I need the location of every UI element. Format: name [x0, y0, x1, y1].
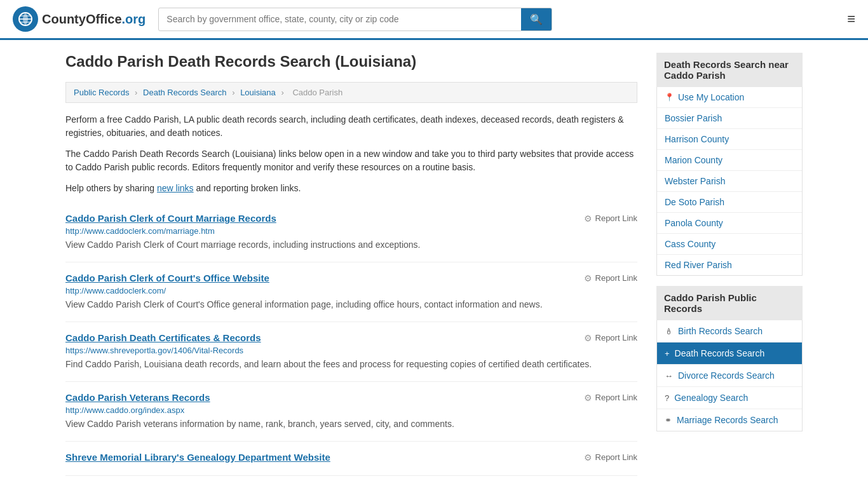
public-records-item[interactable]: ? Genealogy Search: [657, 387, 802, 409]
public-records-link[interactable]: + Death Records Search: [657, 342, 802, 364]
record-title-link[interactable]: Caddo Parish Death Certificates & Record…: [65, 332, 261, 343]
report-icon: ⚙: [584, 452, 592, 463]
record-desc: View Caddo Parish Clerk of Court's Offic…: [65, 298, 637, 311]
sidebar: Death Records Search near Caddo Parish 📍…: [656, 53, 803, 476]
nearby-link[interactable]: De Soto Parish: [657, 192, 802, 212]
record-url[interactable]: http://www.caddoclerk.com/: [65, 286, 637, 295]
nearby-list-item[interactable]: Cass County: [657, 234, 802, 255]
report-link-button[interactable]: ⚙ Report Link: [584, 452, 637, 463]
nearby-link[interactable]: Panola County: [657, 213, 802, 233]
record-type-icon: 🕯: [665, 327, 673, 336]
report-link-button[interactable]: ⚙ Report Link: [584, 273, 637, 283]
record-item: Shreve Memorial Library's Genealogy Depa…: [65, 442, 637, 476]
nearby-section: Death Records Search near Caddo Parish 📍…: [656, 53, 803, 276]
search-bar: 🔍: [158, 8, 552, 31]
nearby-list: 📍 Use My Location Bossier ParishHarrison…: [656, 87, 803, 276]
nearby-link[interactable]: Bossier Parish: [657, 108, 802, 128]
new-links-link[interactable]: new links: [157, 183, 194, 193]
report-link-label: Report Link: [595, 214, 637, 223]
record-title-link[interactable]: Caddo Parish Clerk of Court's Office Web…: [65, 273, 269, 283]
use-location-link[interactable]: 📍 Use My Location: [657, 87, 802, 107]
search-input[interactable]: [159, 9, 521, 29]
nearby-list-item[interactable]: Webster Parish: [657, 171, 802, 192]
nearby-list-item[interactable]: Marion County: [657, 150, 802, 171]
breadcrumb-public-records[interactable]: Public Records: [74, 88, 129, 97]
public-records-link[interactable]: 🕯 Birth Records Search: [657, 320, 802, 342]
record-header: Caddo Parish Death Certificates & Record…: [65, 332, 637, 343]
use-location-item[interactable]: 📍 Use My Location: [657, 87, 802, 108]
report-link-button[interactable]: ⚙ Report Link: [584, 393, 637, 403]
report-link-button[interactable]: ⚙ Report Link: [584, 333, 637, 343]
records-list: Caddo Parish Clerk of Court Marriage Rec…: [65, 203, 637, 476]
public-records-item[interactable]: ↔ Divorce Records Search: [657, 365, 802, 387]
report-link-label: Report Link: [595, 273, 637, 283]
record-url[interactable]: http://www.caddo.org/index.aspx: [65, 405, 637, 415]
record-item: Caddo Parish Clerk of Court's Office Web…: [65, 262, 637, 322]
public-records-label: Genealogy Search: [674, 393, 748, 403]
report-link-label: Report Link: [595, 393, 637, 402]
record-type-icon: ⚭: [665, 416, 672, 425]
public-records-label: Divorce Records Search: [678, 370, 775, 381]
nearby-list-item[interactable]: Harrison County: [657, 129, 802, 150]
report-icon: ⚙: [584, 393, 592, 403]
public-records-item[interactable]: 🕯 Birth Records Search: [657, 320, 802, 342]
record-type-icon: ?: [665, 393, 669, 403]
nearby-header: Death Records Search near Caddo Parish: [656, 53, 803, 87]
search-icon: 🔍: [530, 14, 543, 25]
record-item: Caddo Parish Veterans Records ⚙ Report L…: [65, 382, 637, 442]
public-records-list: 🕯 Birth Records Search + Death Records S…: [656, 320, 803, 431]
nearby-list-item[interactable]: Panola County: [657, 213, 802, 234]
record-item: Caddo Parish Clerk of Court Marriage Rec…: [65, 203, 637, 262]
logo-icon: [13, 6, 38, 32]
public-records-item[interactable]: ⚭ Marriage Records Search: [657, 409, 802, 431]
report-link-label: Report Link: [595, 333, 637, 342]
nearby-link[interactable]: Red River Parish: [657, 255, 802, 275]
public-records-link[interactable]: ⚭ Marriage Records Search: [657, 409, 802, 431]
page-title: Caddo Parish Death Records Search (Louis…: [65, 53, 637, 71]
description-2: The Caddo Parish Death Records Search (L…: [65, 147, 637, 174]
record-desc: View Caddo Parish Clerk of Court marriag…: [65, 238, 637, 252]
logo-text: CountyOffice.org: [42, 12, 146, 27]
nearby-link[interactable]: Marion County: [657, 150, 802, 170]
nearby-link[interactable]: Cass County: [657, 234, 802, 254]
public-records-link[interactable]: ? Genealogy Search: [657, 387, 802, 409]
public-records-link[interactable]: ↔ Divorce Records Search: [657, 365, 802, 386]
report-link-label: Report Link: [595, 452, 637, 462]
breadcrumb: Public Records › Death Records Search › …: [65, 82, 637, 103]
public-records-item[interactable]: + Death Records Search: [657, 342, 802, 365]
report-icon: ⚙: [584, 273, 592, 283]
description-1: Perform a free Caddo Parish, LA public d…: [65, 113, 637, 140]
nearby-list-item[interactable]: Red River Parish: [657, 255, 802, 275]
description-3: Help others by sharing new links and rep…: [65, 182, 637, 195]
record-header: Shreve Memorial Library's Genealogy Depa…: [65, 452, 637, 463]
public-records-header: Caddo Parish Public Records: [656, 286, 803, 320]
breadcrumb-louisiana[interactable]: Louisiana: [240, 88, 276, 97]
report-icon: ⚙: [584, 214, 592, 224]
nearby-list-item[interactable]: De Soto Parish: [657, 192, 802, 213]
record-url[interactable]: https://www.shreveportla.gov/1406/Vital-…: [65, 346, 637, 355]
nearby-link[interactable]: Harrison County: [657, 129, 802, 149]
report-icon: ⚙: [584, 333, 592, 343]
record-type-icon: +: [665, 349, 670, 358]
public-records-label: Birth Records Search: [678, 326, 763, 336]
breadcrumb-death-records[interactable]: Death Records Search: [143, 88, 227, 97]
public-records-section: Caddo Parish Public Records 🕯 Birth Reco…: [656, 286, 803, 431]
record-type-icon: ↔: [665, 371, 673, 381]
record-header: Caddo Parish Clerk of Court Marriage Rec…: [65, 213, 637, 224]
nearby-link[interactable]: Webster Parish: [657, 171, 802, 191]
search-button[interactable]: 🔍: [521, 8, 552, 30]
record-desc: View Caddo Parish veterans information b…: [65, 417, 637, 431]
breadcrumb-current: Caddo Parish: [292, 88, 342, 97]
record-desc: Find Caddo Parish, Louisiana death recor…: [65, 358, 637, 371]
report-link-button[interactable]: ⚙ Report Link: [584, 214, 637, 224]
record-url[interactable]: http://www.caddoclerk.com/marriage.htm: [65, 226, 637, 236]
record-title-link[interactable]: Caddo Parish Clerk of Court Marriage Rec…: [65, 213, 276, 224]
record-item: Caddo Parish Death Certificates & Record…: [65, 322, 637, 382]
location-icon: 📍: [665, 93, 674, 102]
public-records-label: Death Records Search: [675, 348, 765, 358]
nearby-list-item[interactable]: Bossier Parish: [657, 108, 802, 129]
record-title-link[interactable]: Caddo Parish Veterans Records: [65, 392, 210, 403]
logo[interactable]: CountyOffice.org: [13, 6, 146, 32]
record-title-link[interactable]: Shreve Memorial Library's Genealogy Depa…: [65, 452, 330, 463]
menu-button[interactable]: ≡: [847, 11, 855, 27]
